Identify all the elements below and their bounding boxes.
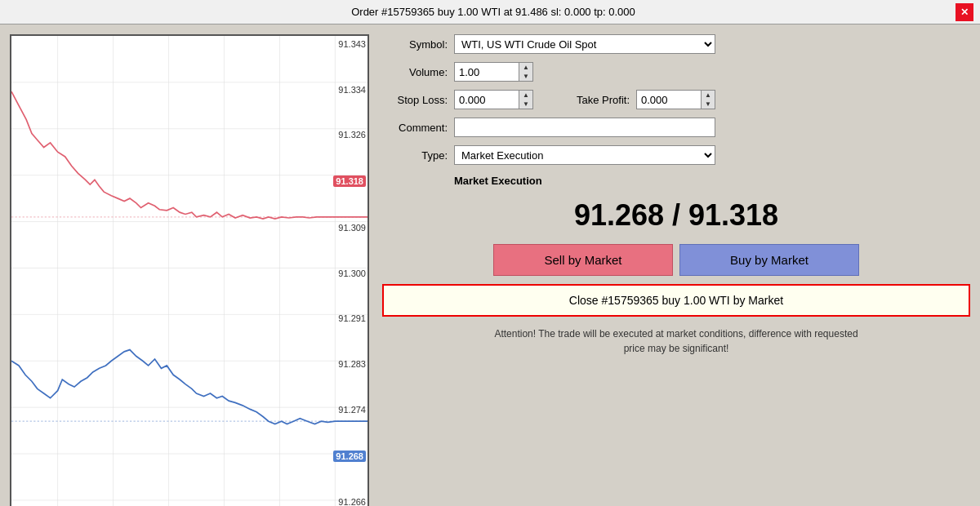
chart-area: 91.343 91.334 91.326 91.318 91.309 91.30… — [10, 34, 369, 506]
comment-input[interactable] — [454, 118, 715, 137]
close-window-button[interactable]: ✕ — [956, 3, 973, 21]
stoploss-spin-down[interactable]: ▼ — [519, 100, 532, 109]
stoploss-spinbox-group: ▲ ▼ — [454, 90, 533, 109]
volume-spinbox-group: ▲ ▼ — [454, 62, 533, 82]
sl-tp-row: Stop Loss: ▲ ▼ Take Profit: ▲ ▼ — [382, 90, 970, 109]
type-row: Type: Market Execution — [382, 145, 970, 165]
attention-text: Attention! The trade will be executed at… — [382, 326, 970, 356]
window-title: Order #15759365 buy 1.00 WTI at 91.486 s… — [31, 6, 956, 18]
symbol-select[interactable]: WTI, US WTI Crude Oil Spot — [454, 34, 715, 54]
comment-label: Comment: — [382, 122, 448, 134]
takeprofit-spin-down[interactable]: ▼ — [702, 100, 715, 109]
buy-by-market-button[interactable]: Buy by Market — [679, 244, 859, 276]
stoploss-input[interactable] — [454, 90, 519, 109]
stoploss-spinbox: ▲ ▼ — [519, 90, 533, 109]
stoploss-label: Stop Loss: — [382, 94, 448, 106]
price-chart — [11, 36, 368, 506]
takeprofit-spinbox-group: ▲ ▼ — [636, 90, 715, 109]
volume-spinbox: ▲ ▼ — [519, 62, 533, 82]
right-panel: Symbol: WTI, US WTI Crude Oil Spot Volum… — [382, 34, 970, 506]
type-label: Type: — [382, 149, 448, 162]
volume-spin-down[interactable]: ▼ — [519, 72, 532, 81]
type-select[interactable]: Market Execution — [454, 145, 715, 165]
sell-by-market-button[interactable]: Sell by Market — [493, 244, 673, 276]
action-buttons: Sell by Market Buy by Market — [382, 244, 970, 276]
symbol-label: Symbol: — [382, 38, 448, 51]
close-order-button[interactable]: Close #15759365 buy 1.00 WTI by Market — [382, 284, 970, 317]
comment-row: Comment: — [382, 118, 970, 137]
title-bar: Order #15759365 buy 1.00 WTI at 91.486 s… — [0, 0, 980, 24]
takeprofit-input[interactable] — [636, 90, 702, 109]
price-display: 91.268 / 91.318 — [382, 198, 970, 233]
volume-label: Volume: — [382, 66, 448, 78]
takeprofit-spin-up[interactable]: ▲ — [702, 91, 715, 100]
main-content: 91.343 91.334 91.326 91.318 91.309 91.30… — [0, 24, 980, 506]
market-execution-label: Market Execution — [454, 175, 970, 187]
volume-input[interactable] — [454, 62, 519, 82]
volume-row: Volume: ▲ ▼ — [382, 62, 970, 82]
takeprofit-spinbox: ▲ ▼ — [701, 90, 715, 109]
takeprofit-label: Take Profit: — [564, 94, 630, 106]
stoploss-spin-up[interactable]: ▲ — [519, 91, 532, 100]
symbol-row: Symbol: WTI, US WTI Crude Oil Spot — [382, 34, 970, 54]
volume-spin-up[interactable]: ▲ — [519, 63, 532, 72]
